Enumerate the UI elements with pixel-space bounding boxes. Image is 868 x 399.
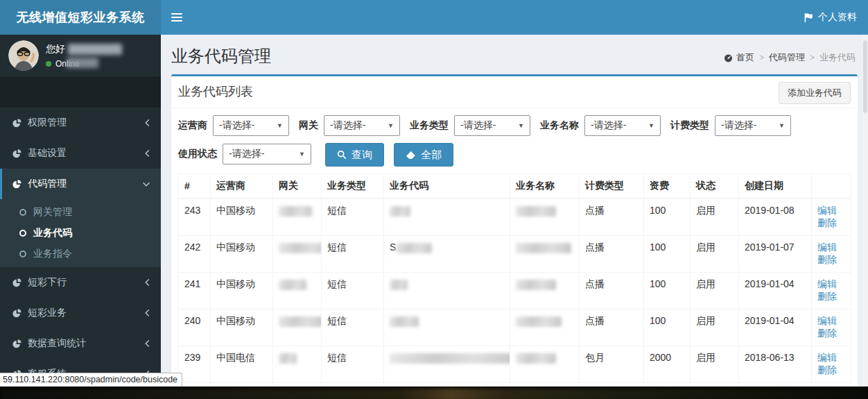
status-bar-url: 59.110.141.220:8080/spadmin/code/busicod… — [0, 373, 182, 387]
pie-chart-icon — [12, 278, 28, 287]
cell-billing: 点播 — [580, 309, 644, 346]
caret-down-icon: ▼ — [518, 122, 524, 129]
cell-gateway — [273, 346, 322, 383]
gateway-select[interactable]: -请选择-▼ — [324, 115, 400, 136]
cell-id: 240 — [179, 309, 211, 346]
breadcrumb-code-mgmt[interactable]: 代码管理 — [769, 51, 805, 64]
pie-chart-icon — [12, 339, 28, 348]
business-type-select[interactable]: -请选择-▼ — [454, 115, 530, 136]
add-business-code-button[interactable]: 添加业务代码 — [779, 82, 851, 104]
navbar-main: 个人资料 — [161, 0, 868, 35]
redacted-value — [516, 280, 556, 290]
redacted-value — [279, 316, 322, 327]
flag-icon — [804, 12, 814, 23]
edit-link[interactable]: 编辑 — [817, 241, 837, 253]
redacted-value — [516, 316, 562, 327]
col-header: 资费 — [644, 174, 691, 199]
scrollbar-thumb[interactable] — [863, 40, 867, 113]
caret-down-icon: ▼ — [299, 151, 305, 158]
caret-down-icon: ▼ — [388, 122, 394, 129]
online-dot-icon — [46, 61, 51, 67]
cell-billing: 点播 — [580, 198, 644, 236]
cell-type: 短信 — [322, 198, 384, 236]
redacted-value — [390, 353, 510, 364]
filter-business-name: 业务名称 -请选择-▼ — [540, 115, 661, 136]
avatar — [8, 40, 39, 71]
sidebar: 您好 Online 权限管理 基础设置 — [0, 35, 161, 399]
cell-status: 启用 — [691, 236, 739, 273]
redacted-value — [279, 280, 306, 290]
redacted-value — [396, 243, 432, 253]
cell-status: 启用 — [691, 198, 739, 236]
filter-row-1: 运营商 -请选择-▼ 网关 -请选择-▼ 业务类型 -请选择-▼ 业务名称 -请… — [178, 115, 851, 137]
cell-date: 2019-01-07 — [739, 236, 812, 273]
sidebar-item-sms-downlink: 短彩下行 — [0, 267, 161, 298]
circle-icon — [19, 230, 26, 237]
cell-date: 2018-06-13 — [739, 346, 812, 383]
cell-fee: 100 — [644, 309, 691, 346]
profile-label: 个人资料 — [818, 11, 857, 24]
search-button[interactable]: 查询 — [325, 143, 384, 167]
breadcrumb-home[interactable]: 首页 — [724, 51, 754, 64]
col-header: 计费类型 — [580, 174, 644, 199]
scrollbar[interactable] — [862, 35, 868, 387]
pie-chart-icon — [12, 119, 28, 128]
col-header: 状态 — [691, 174, 739, 199]
app-logo[interactable]: 无线增值短彩业务系统 — [0, 0, 161, 35]
delete-link[interactable]: 删除 — [817, 291, 837, 302]
cell-id: 239 — [179, 346, 211, 383]
table-row: 240中国移动短信点播100启用2019-01-04编辑 删除 — [179, 309, 851, 346]
col-header — [812, 174, 851, 199]
cell-date: 2019-01-04 — [739, 309, 812, 346]
edit-link[interactable]: 编辑 — [817, 278, 837, 289]
edit-link[interactable]: 编辑 — [817, 352, 837, 363]
user-greeting: 您好 — [46, 43, 65, 56]
cell-billing: 点播 — [580, 236, 644, 273]
cell-billing: 包月 — [580, 346, 644, 383]
usage-status-select[interactable]: -请选择-▼ — [223, 144, 311, 164]
delete-link[interactable]: 删除 — [817, 254, 837, 265]
menu-toggle-button[interactable] — [161, 0, 193, 35]
cell-actions: 编辑 删除 — [812, 273, 851, 309]
business-name-select[interactable]: -请选择-▼ — [584, 115, 661, 136]
delete-link[interactable]: 删除 — [817, 217, 837, 228]
cell-operator: 中国移动 — [211, 236, 273, 273]
redacted-value — [516, 353, 556, 364]
cell-fee: 100 — [644, 273, 691, 309]
filter-billing-type: 计费类型 -请选择-▼ — [670, 115, 791, 136]
edit-link[interactable]: 编辑 — [817, 205, 837, 216]
operator-select[interactable]: -请选择-▼ — [213, 115, 289, 136]
cell-code — [384, 309, 510, 346]
all-button[interactable]: 全部 — [394, 143, 453, 167]
filter-usage-status: 使用状态 -请选择-▼ — [178, 144, 311, 164]
cell-actions: 编辑 删除 — [812, 309, 851, 346]
cell-operator: 中国移动 — [211, 198, 273, 236]
sidebar-item-permission-mgmt: 权限管理 — [0, 108, 161, 138]
chevron-left-icon — [144, 278, 150, 287]
cell-status: 启用 — [691, 346, 739, 383]
edit-link[interactable]: 编辑 — [817, 315, 837, 326]
box-body: 运营商 -请选择-▼ 网关 -请选择-▼ 业务类型 -请选择-▼ 业务名称 -请… — [171, 108, 858, 399]
table-body: 243中国移动短信点播100启用2019-01-08编辑 删除242中国移动短信… — [179, 198, 851, 399]
table-row: 241中国移动短信点播100启用2019-01-04编辑 删除 — [179, 273, 851, 309]
cell-code — [384, 273, 510, 309]
pie-chart-icon — [12, 180, 28, 189]
redacted-value — [279, 353, 297, 364]
cell-name — [510, 273, 580, 309]
hamburger-icon — [171, 11, 182, 24]
box-header: 业务代码列表 添加业务代码 — [171, 76, 858, 108]
cell-status: 启用 — [691, 309, 739, 346]
billing-type-select[interactable]: -请选择-▼ — [715, 115, 791, 136]
delete-link[interactable]: 删除 — [817, 364, 837, 375]
search-icon — [337, 150, 347, 160]
cell-id: 241 — [179, 273, 211, 309]
profile-menu[interactable]: 个人资料 — [792, 0, 868, 35]
delete-link[interactable]: 删除 — [817, 328, 837, 339]
breadcrumb: 首页 > 代码管理 > 业务代码 — [724, 51, 856, 64]
cell-operator: 中国移动 — [211, 273, 273, 309]
cell-actions: 编辑 删除 — [812, 236, 851, 273]
col-header: 网关 — [273, 174, 322, 199]
cell-gateway — [273, 273, 322, 309]
sidebar-item-sms-business: 短彩业务 — [0, 298, 161, 328]
redacted-value — [516, 243, 571, 253]
